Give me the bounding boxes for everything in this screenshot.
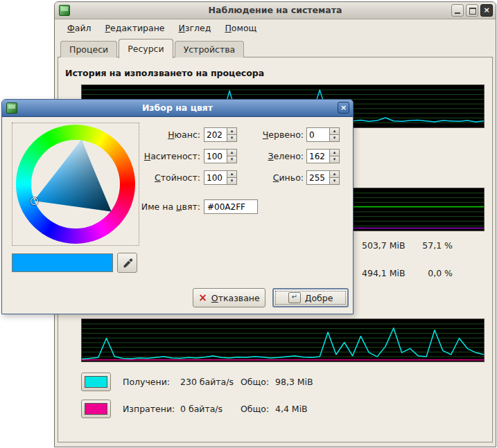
received-rate: 230 байта/s <box>180 373 234 391</box>
red-label: Червено: <box>236 129 304 140</box>
value-spin-down-icon[interactable]: ▾ <box>227 178 237 185</box>
cpu-history-heading: История на използването на процесора <box>65 68 264 78</box>
hue-ring[interactable] <box>16 125 135 244</box>
minimize-icon <box>455 12 460 14</box>
main-window-title: Наблюдение на системата <box>55 5 496 15</box>
network-chart-svg <box>82 319 484 361</box>
color-picker-dialog: Избор на цвят × Нюанс: Наситеност: Стойн… <box>1 99 354 314</box>
menu-file[interactable]: Файл <box>60 21 98 35</box>
menu-help[interactable]: Помощ <box>218 21 263 35</box>
blue-input[interactable] <box>306 170 329 185</box>
hue-label: Нюанс: <box>131 129 200 140</box>
tab-devices[interactable]: Устройства <box>175 41 245 57</box>
saturation-label: Наситеност: <box>131 151 200 161</box>
green-input[interactable] <box>306 149 329 163</box>
tab-strip: Процеси Ресурси Устройства <box>60 39 245 57</box>
dialog-close-button[interactable]: × <box>338 102 349 114</box>
received-color-swatch <box>85 376 107 388</box>
tab-processes[interactable]: Процеси <box>60 41 117 57</box>
desktop: Наблюдение на системата × Файл Редактира… <box>0 0 497 448</box>
color-selection-marker[interactable] <box>30 197 38 205</box>
hue-spinbox: ▴▾ <box>204 127 237 142</box>
sent-total-label: Общо: <box>241 400 269 418</box>
received-total: 98,3 MiB <box>275 373 313 391</box>
close-button[interactable]: × <box>480 4 493 17</box>
green-label: Зелено: <box>236 151 304 161</box>
received-label: Получени: <box>123 373 170 391</box>
close-icon: × <box>483 6 489 15</box>
blue-spinbox: ▴▾ <box>306 170 340 185</box>
menubar: Файл Редактиране Изглед Помощ <box>55 19 496 36</box>
eyedropper-button[interactable] <box>117 253 137 273</box>
network-history-chart <box>81 319 485 362</box>
sent-rate: 0 байта/s <box>180 400 223 418</box>
eyedropper-icon <box>122 258 133 269</box>
green-spin-down-icon[interactable]: ▾ <box>329 156 340 163</box>
main-titlebar[interactable]: Наблюдение на системата × <box>55 2 496 19</box>
blue-spin-down-icon[interactable]: ▾ <box>329 178 340 185</box>
cancel-x-icon: × <box>198 293 207 303</box>
maximize-button[interactable] <box>466 4 478 17</box>
red-spin-up-icon[interactable]: ▴ <box>329 127 340 135</box>
value-spinbox: ▴▾ <box>204 170 237 185</box>
color-wheel-area <box>12 123 139 246</box>
tab-resources[interactable]: Ресурси <box>119 39 173 58</box>
saturation-input[interactable] <box>204 149 227 163</box>
cancel-button[interactable]: × Отказване <box>193 288 265 307</box>
swap-used-percent: 0,0 % <box>383 268 453 278</box>
minimize-button[interactable] <box>451 4 464 17</box>
ok-enter-icon: ↵ <box>288 292 301 303</box>
value-label: Стойност: <box>131 172 200 183</box>
red-spin-down-icon[interactable]: ▾ <box>329 135 340 142</box>
blue-spin-up-icon[interactable]: ▴ <box>329 170 340 178</box>
ok-button[interactable]: ↵ Добре <box>272 288 349 307</box>
dialog-titlebar[interactable]: Избор на цвят × <box>2 100 353 117</box>
network-sent-row: Изпратени: 0 байта/s Общо: 4,4 MiB <box>58 400 492 418</box>
hue-spin-down-icon[interactable]: ▾ <box>227 135 237 142</box>
sent-label: Изпратени: <box>123 400 175 418</box>
saturation-spin-down-icon[interactable]: ▾ <box>227 156 237 163</box>
sent-color-button[interactable] <box>81 400 111 418</box>
menu-view[interactable]: Изглед <box>172 21 218 35</box>
sent-color-swatch <box>85 403 107 415</box>
saturation-spin-up-icon[interactable]: ▴ <box>227 149 237 156</box>
red-input[interactable] <box>306 127 329 142</box>
green-spin-up-icon[interactable]: ▴ <box>329 149 340 156</box>
hue-spin-up-icon[interactable]: ▴ <box>227 127 237 135</box>
sent-total: 4,4 MiB <box>275 400 308 418</box>
value-spin-up-icon[interactable]: ▴ <box>227 170 237 178</box>
value-input[interactable] <box>204 170 227 185</box>
color-name-label: Име на цвят: <box>131 201 200 212</box>
menu-edit[interactable]: Редактиране <box>98 21 172 35</box>
blue-label: Синьо: <box>236 172 304 183</box>
network-received-row: Получени: 230 байта/s Общо: 98,3 MiB <box>58 373 492 391</box>
dialog-title: Избор на цвят <box>2 102 353 113</box>
received-color-button[interactable] <box>81 373 111 391</box>
cancel-button-label: Отказване <box>211 293 260 303</box>
dialog-close-icon: × <box>340 103 347 112</box>
red-spinbox: ▴▾ <box>306 127 340 142</box>
ok-button-label: Добре <box>305 293 333 303</box>
saturation-spinbox: ▴▾ <box>204 149 237 163</box>
color-preview <box>12 253 113 272</box>
hue-input[interactable] <box>204 127 227 142</box>
color-name-input[interactable] <box>204 199 258 214</box>
received-total-label: Общо: <box>241 373 269 391</box>
green-spinbox: ▴▾ <box>306 149 340 163</box>
maximize-icon <box>469 8 476 15</box>
memory-used-percent: 57,1 % <box>383 240 453 251</box>
